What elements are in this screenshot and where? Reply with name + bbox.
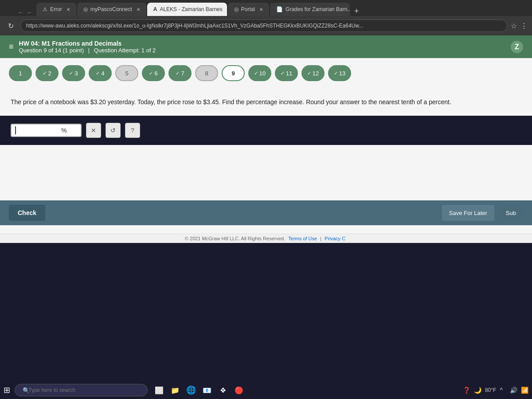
hw-subtitle: Question 9 of 14 (1 point) | Question At… xyxy=(19,47,156,54)
address-bar-row: ↻ ☆ ⋮ xyxy=(0,16,532,35)
answer-area: % ✕ ↺ ? xyxy=(0,116,532,145)
taskbar-search-icon: 🔍 xyxy=(23,387,30,394)
terms-of-use-link[interactable]: Terms of Use xyxy=(288,236,317,241)
question-text: The price of a notebook was $3.20 yester… xyxy=(11,97,521,107)
question-4-button[interactable]: ✓ 4 xyxy=(89,65,112,81)
clear-button[interactable]: ✕ xyxy=(86,123,101,138)
check-icon-2: ✓ xyxy=(43,70,47,76)
question-9-button[interactable]: 9 xyxy=(222,65,245,81)
tab-aleks-label: ALEKS - Zamarian Barnes xyxy=(160,6,222,12)
app-icon-1[interactable]: ❖ xyxy=(217,384,229,396)
tab-error-close[interactable]: ✕ xyxy=(66,7,70,12)
check-button[interactable]: Check xyxy=(9,205,45,221)
submit-button[interactable]: Sub xyxy=(499,205,523,221)
address-input[interactable] xyxy=(20,20,507,32)
taskbar-right: ❓ 🌙 80°F ^ 🔊 📶 xyxy=(463,387,528,394)
browser-window: ← → ⚠ Error ✕ ◎ myPascoConnect ✕ A ALEKS… xyxy=(0,0,532,35)
percent-symbol: % xyxy=(61,127,66,134)
question-5-button[interactable]: 5 xyxy=(115,65,138,81)
tab-mypasco[interactable]: ◎ myPascoConnect ✕ xyxy=(77,3,146,16)
question-8-button[interactable]: 8 xyxy=(195,65,218,81)
tab-portal[interactable]: ◎ Portal ✕ xyxy=(228,3,269,16)
cursor-indicator xyxy=(15,126,16,134)
tab-grades-icon: 📄 xyxy=(276,6,283,12)
privacy-link[interactable]: Privacy C xyxy=(325,236,345,241)
tab-aleks[interactable]: A ALEKS - Zamarian Barnes ✕ xyxy=(147,3,227,16)
answer-input[interactable] xyxy=(17,127,61,134)
hw-title: HW 04: M1 Fractions and Decimals xyxy=(19,40,156,47)
check-icon-13: ✓ xyxy=(334,70,338,76)
mail-icon[interactable]: 📧 xyxy=(201,384,213,396)
question-1-button[interactable]: 1 xyxy=(9,65,32,81)
tab-portal-label: Portal xyxy=(241,6,255,12)
question-12-button[interactable]: ✓ 12 xyxy=(301,65,325,81)
tab-error-icon: ⚠ xyxy=(43,6,47,12)
network-icon[interactable]: 📶 xyxy=(521,387,528,394)
undo-icon: ↺ xyxy=(110,127,116,134)
check-icon-4: ✓ xyxy=(96,70,100,76)
check-icon-3: ✓ xyxy=(69,70,73,76)
taskbar: ⊞ 🔍 ⬜ 📁 🌐 📧 ❖ 🔴 ❓ 🌙 80°F ^ 🔊 📶 xyxy=(0,381,532,399)
caret-up-icon[interactable]: ^ xyxy=(500,387,503,394)
taskbar-search-container: 🔍 xyxy=(15,384,148,396)
copyright-text: © 2021 McGraw Hill LLC. All Rights Reser… xyxy=(185,236,285,241)
check-icon-11: ✓ xyxy=(281,70,285,76)
aleks-header-text: HW 04: M1 Fractions and Decimals Questio… xyxy=(19,40,156,54)
check-icon-12: ✓ xyxy=(307,70,311,76)
help-button[interactable]: ? xyxy=(125,123,140,138)
copyright-bar: © 2021 McGraw Hill LLC. All Rights Reser… xyxy=(0,234,532,243)
aleks-header: ≡ HW 04: M1 Fractions and Decimals Quest… xyxy=(0,35,532,58)
tab-grades[interactable]: 📄 Grades for Zamarian Barn... ✕ xyxy=(270,3,350,16)
tab-mypasco-label: myPascoConnect xyxy=(90,6,132,12)
forward-button[interactable]: → xyxy=(26,9,32,16)
new-tab-button[interactable]: + xyxy=(351,7,363,16)
temperature-display: 80°F xyxy=(485,387,496,393)
edge-icon[interactable]: 🌐 xyxy=(185,384,197,396)
tab-aleks-icon: A xyxy=(153,6,157,12)
question-mark-icon: ? xyxy=(131,127,134,134)
question-7-button[interactable]: ✓ 7 xyxy=(168,65,192,81)
question-11-button[interactable]: ✓ 11 xyxy=(275,65,298,81)
x-icon: ✕ xyxy=(91,127,96,134)
tab-error-label: Error xyxy=(50,6,62,12)
tab-portal-close[interactable]: ✕ xyxy=(259,7,263,12)
bottom-action-bar: Check Save For Later Sub xyxy=(0,200,532,225)
question-13-button[interactable]: ✓ 13 xyxy=(328,65,351,81)
check-icon-7: ✓ xyxy=(176,70,180,76)
tab-mypasco-close[interactable]: ✕ xyxy=(137,7,140,12)
windows-start-button[interactable]: ⊞ xyxy=(4,385,10,395)
save-for-later-button[interactable]: Save For Later xyxy=(442,205,494,221)
tab-error[interactable]: ⚠ Error ✕ xyxy=(36,3,76,16)
attempt-info: Question Attempt: 1 of 2 xyxy=(94,47,156,54)
settings-icon[interactable]: ⋮ xyxy=(520,22,528,30)
task-view-icon[interactable]: ⬜ xyxy=(153,384,165,396)
back-button[interactable]: ← xyxy=(18,9,24,16)
question-info: Question 9 of 14 (1 point) xyxy=(19,47,84,54)
tab-bar: ← → ⚠ Error ✕ ◎ myPascoConnect ✕ A ALEKS… xyxy=(0,0,532,16)
bookmark-icon[interactable]: ☆ xyxy=(511,22,517,30)
speaker-icon[interactable]: 🔊 xyxy=(510,387,517,394)
aleks-z-button[interactable]: Z xyxy=(511,41,523,53)
moon-icon: 🌙 xyxy=(474,387,481,394)
hamburger-menu[interactable]: ≡ xyxy=(9,42,14,51)
check-icon-6: ✓ xyxy=(149,70,153,76)
taskbar-app-icons: ⬜ 📁 🌐 📧 ❖ 🔴 xyxy=(153,384,245,396)
undo-button[interactable]: ↺ xyxy=(106,123,121,138)
taskbar-search-input[interactable] xyxy=(15,384,148,396)
question-2-button[interactable]: ✓ 2 xyxy=(35,65,59,81)
question-content: The price of a notebook was $3.20 yester… xyxy=(0,88,532,116)
question-6-button[interactable]: ✓ 6 xyxy=(142,65,165,81)
question-10-button[interactable]: ✓ 10 xyxy=(248,65,271,81)
bottom-right-buttons: Save For Later Sub xyxy=(442,205,523,221)
reload-button[interactable]: ↻ xyxy=(4,20,17,32)
answer-input-wrapper: % xyxy=(11,124,82,137)
app-icon-2[interactable]: 🔴 xyxy=(233,384,245,396)
question-nav: 1 ✓ 2 ✓ 3 ✓ 4 5 ✓ 6 ✓ 7 xyxy=(0,58,532,88)
check-icon-10: ✓ xyxy=(254,70,258,76)
question-help-icon[interactable]: ❓ xyxy=(463,387,470,394)
file-explorer-icon[interactable]: 📁 xyxy=(169,384,181,396)
question-3-button[interactable]: ✓ 3 xyxy=(62,65,85,81)
tab-mypasco-icon: ◎ xyxy=(83,6,88,12)
aleks-content: ≡ HW 04: M1 Fractions and Decimals Quest… xyxy=(0,35,532,243)
tab-portal-icon: ◎ xyxy=(234,6,239,12)
